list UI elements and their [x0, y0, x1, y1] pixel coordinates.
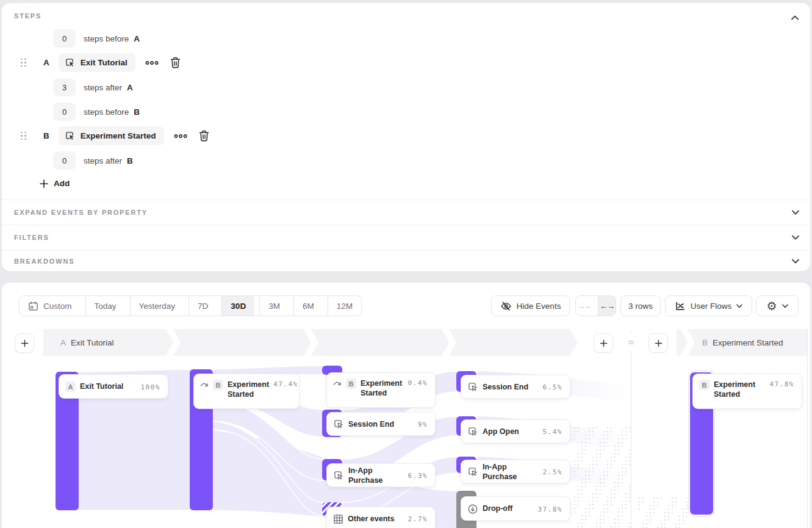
step-a-letter: A — [43, 58, 49, 67]
add-step-button[interactable]: Add — [40, 179, 70, 188]
step-a-event-label: Exit Tutorial — [81, 58, 128, 67]
flow-node-drop-off[interactable]: Drop-off 37.8% — [461, 497, 570, 520]
section-expand-events-by-property[interactable]: EXPAND EVENTS BY PROPERTY — [2, 200, 810, 225]
user-flows-report: { "steps_panel": { "title": "STEPS", "ro… — [0, 0, 812, 528]
step-b-event-label: Experiment Started — [81, 131, 156, 140]
steps-after-label: steps after — [84, 156, 122, 165]
trash-icon — [170, 57, 181, 68]
node-percent: 6.3% — [408, 471, 428, 480]
more-dots-icon — [145, 60, 159, 66]
section-label: EXPAND EVENTS BY PROPERTY — [14, 209, 148, 216]
flow-node-experiment-started-2[interactable]: B Experiment Started 0.4% — [327, 373, 435, 407]
step-b-row: B Experiment Started — [21, 126, 209, 145]
step-badge: A — [65, 382, 76, 392]
node-percent: 2.7% — [408, 515, 428, 523]
event-click-icon — [65, 57, 76, 68]
steps-before-b-count[interactable]: 0 — [53, 103, 76, 121]
node-percent: 0.4% — [408, 378, 428, 387]
section-breakdowns[interactable]: BREAKDOWNS — [2, 250, 810, 272]
node-name: Experiment Started — [228, 380, 269, 400]
node-percent: 47.4% — [273, 380, 298, 388]
chevron-down-icon — [792, 259, 799, 264]
node-name: In-App Purchase — [348, 466, 404, 486]
node-name: App Open — [483, 427, 539, 436]
chevron-down-icon — [792, 210, 799, 215]
steps-before-label: steps before — [84, 107, 129, 117]
flow-node-session-end-2[interactable]: Session End 6.5% — [461, 375, 570, 398]
event-click-icon — [467, 426, 478, 437]
drag-handle-icon[interactable] — [21, 132, 26, 140]
step-ref-letter: A — [134, 34, 140, 43]
event-click-icon — [333, 419, 344, 430]
steps-before-label: steps before — [84, 34, 129, 43]
drop-off-icon — [467, 504, 478, 515]
flow-node-in-app-purchase-2[interactable]: In-App Purchase 2.5% — [461, 460, 570, 483]
more-dots-icon — [174, 133, 187, 139]
step-ref-letter: B — [134, 107, 140, 117]
steps-before-b-row: 0 steps before B — [53, 103, 140, 121]
collapse-steps-button[interactable] — [788, 11, 802, 24]
event-click-icon — [333, 470, 344, 481]
flow-node-exit-tutorial[interactable]: A Exit Tutorial 100% — [59, 375, 168, 398]
steps-before-a-row: 0 steps before A — [53, 29, 140, 48]
chevron-up-icon — [791, 15, 799, 20]
flow-node-experiment-started[interactable]: B Experiment Started 47.4% — [194, 374, 299, 408]
node-percent: 9% — [418, 420, 428, 429]
node-percent: 2.5% — [543, 468, 563, 476]
steps-after-label: steps after — [84, 83, 122, 92]
flow-node-other-events[interactable]: Other events 2.7% — [327, 507, 435, 528]
step-a-event-button[interactable]: Exit Tutorial — [59, 53, 135, 72]
steps-before-a-count[interactable]: 0 — [53, 29, 76, 48]
flow-node-experiment-started-right[interactable]: B Experiment Started 47.8% — [693, 374, 802, 408]
node-name: Experiment Started — [714, 380, 765, 400]
event-click-icon — [467, 382, 478, 392]
node-percent: 100% — [141, 383, 161, 391]
node-name: Session End — [483, 382, 539, 392]
trash-icon — [199, 130, 209, 142]
continue-arrow-icon — [200, 381, 209, 388]
step-b-delete-button[interactable] — [199, 130, 209, 142]
flow-node-in-app-purchase[interactable]: In-App Purchase 6.3% — [327, 464, 435, 486]
node-name: Session End — [348, 419, 414, 429]
step-badge: B — [346, 378, 356, 389]
node-name: Drop-off — [483, 504, 533, 513]
node-percent: 5.4% — [543, 427, 563, 436]
step-badge: B — [213, 380, 223, 390]
flow-node-app-open[interactable]: App Open 5.4% — [461, 420, 570, 443]
event-click-icon — [467, 466, 478, 477]
step-b-more-button[interactable] — [174, 133, 187, 139]
section-label: BREAKDOWNS — [14, 258, 74, 265]
step-ref-letter: A — [127, 83, 133, 92]
section-label: FILTERS — [14, 234, 49, 241]
node-percent: 6.5% — [543, 383, 563, 391]
steps-section-title: STEPS — [14, 12, 41, 20]
step-badge: B — [699, 380, 710, 390]
flow-node-session-end[interactable]: Session End 9% — [327, 413, 435, 435]
grid-icon — [333, 514, 343, 524]
steps-after-a-count[interactable]: 3 — [53, 78, 76, 96]
step-ref-letter: B — [127, 156, 133, 165]
steps-after-b-count[interactable]: 0 — [53, 151, 76, 170]
plus-icon — [40, 179, 48, 188]
node-name: In-App Purchase — [483, 462, 539, 482]
dotted-link-texture — [638, 496, 689, 528]
continue-arrow-icon — [333, 380, 342, 387]
node-percent: 37.8% — [537, 505, 562, 513]
step-a-row: A Exit Tutorial — [21, 53, 181, 72]
dotted-link-texture — [573, 426, 631, 528]
node-name: Experiment Started — [361, 378, 404, 399]
steps-after-a-row: 3 steps after A — [53, 78, 133, 96]
section-filters[interactable]: FILTERS — [2, 225, 810, 250]
event-click-icon — [65, 131, 76, 142]
step-a-delete-button[interactable] — [170, 57, 181, 68]
node-name: Other events — [348, 514, 404, 524]
node-name: Exit Tutorial — [80, 382, 137, 391]
add-step-label: Add — [54, 179, 70, 188]
drag-handle-icon[interactable] — [21, 59, 26, 67]
steps-after-b-row: 0 steps after B — [53, 151, 133, 170]
step-a-more-button[interactable] — [145, 60, 159, 66]
step-b-event-button[interactable]: Experiment Started — [59, 126, 164, 145]
report-panel: Custom Today Yesterday 7D 30D 3M 6M 12M … — [1, 282, 811, 528]
chevron-down-icon — [792, 235, 799, 240]
node-percent: 47.8% — [769, 380, 794, 388]
